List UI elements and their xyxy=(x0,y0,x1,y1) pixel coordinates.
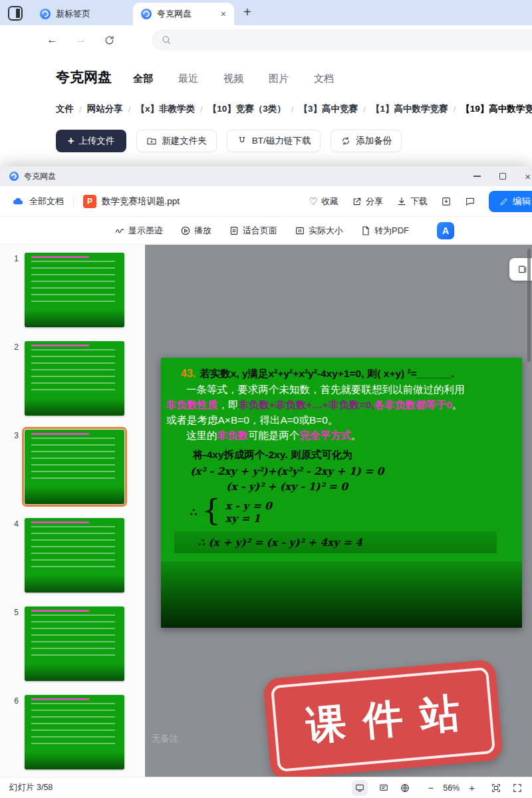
scrollbar[interactable] xyxy=(527,249,531,362)
tab-image[interactable]: 图片 xyxy=(269,72,289,85)
fit-page-button[interactable]: 适合页面 xyxy=(229,225,277,237)
breadcrumb-item[interactable]: 【x】非教学类 xyxy=(136,103,196,115)
tab-doc[interactable]: 文档 xyxy=(314,72,334,85)
window-title: 夸克网盘 xyxy=(24,171,56,182)
document-toolbar: 全部文档 P 数学竞赛培训题.ppt ♡ 收藏 分享 下载 xyxy=(0,186,532,217)
breadcrumb-item[interactable]: 【10】竞赛（3类） xyxy=(208,103,286,115)
notes-panel-toggle-button[interactable] xyxy=(352,780,368,796)
magnet-icon xyxy=(237,136,247,146)
ai-assistant-button[interactable]: A xyxy=(437,222,454,239)
zoom-out-button[interactable]: − xyxy=(428,782,434,793)
slide-counter: 幻灯片 3/58 xyxy=(9,782,53,793)
add-backup-label: 添加备份 xyxy=(356,135,392,147)
browser-tab-quark-drive[interactable]: 夸克网盘 × xyxy=(133,3,234,25)
tab-video[interactable]: 视频 xyxy=(223,72,243,85)
globe-icon xyxy=(400,783,410,793)
thumbnail-number: 5 xyxy=(8,606,19,681)
quark-favicon-icon xyxy=(40,9,51,19)
edit-button[interactable]: 编辑 xyxy=(489,191,532,212)
minimize-icon[interactable] xyxy=(473,176,481,177)
card-view-icon xyxy=(517,264,528,275)
courseware-stamp: 课件站 xyxy=(263,659,503,777)
play-icon xyxy=(180,225,191,236)
thumbnail-image[interactable] xyxy=(25,430,124,504)
breadcrumb-item[interactable]: 【1】高中数学竞赛 xyxy=(371,103,448,115)
breadcrumb-item[interactable]: 网站分享 xyxy=(87,103,123,115)
breadcrumb-separator xyxy=(358,104,371,114)
breadcrumb-item[interactable]: 文件 xyxy=(56,103,74,115)
browser-logo-icon[interactable] xyxy=(8,6,23,21)
fullscreen-button[interactable] xyxy=(512,783,523,793)
all-documents-button[interactable]: 全部文档 xyxy=(29,196,64,207)
monitor-icon xyxy=(354,783,365,793)
bt-magnet-label: BT/磁力链下载 xyxy=(252,135,311,147)
fit-screen-button[interactable] xyxy=(491,783,501,793)
highlight-text: 各非负数都等于0 xyxy=(374,399,452,410)
slide-thumbnail-1[interactable]: 1 xyxy=(0,253,145,327)
upload-file-button[interactable]: + 上传文件 xyxy=(56,130,126,152)
add-backup-button[interactable]: 添加备份 xyxy=(331,130,402,152)
thumbnail-image[interactable] xyxy=(25,606,124,681)
window-title-bar[interactable]: 夸克网盘 × xyxy=(0,166,532,186)
convert-to-pdf-button[interactable]: 转为PDF xyxy=(360,225,409,237)
thumbnail-number: 4 xyxy=(8,518,19,593)
highlight-text: 非负数 xyxy=(217,430,249,441)
language-button[interactable] xyxy=(400,783,410,793)
thumbnail-image[interactable] xyxy=(25,695,124,769)
breadcrumb: 文件 网站分享 【x】非教学类 【10】竞赛（3类） 【3】高中竞赛 【1】高中… xyxy=(0,86,532,115)
new-folder-button[interactable]: 新建文件夹 xyxy=(136,130,217,152)
thumbnail-number: 6 xyxy=(8,695,19,769)
slide-thumbnail-2[interactable]: 2 xyxy=(0,341,145,416)
refresh-icon[interactable] xyxy=(104,35,115,46)
quark-logo-icon xyxy=(9,172,19,181)
divider xyxy=(73,196,74,207)
tab-recent[interactable]: 最近 xyxy=(178,72,198,85)
play-button[interactable]: 播放 xyxy=(180,225,211,237)
breadcrumb-item-current[interactable]: 【19】高中数学竞赛 xyxy=(461,103,532,115)
back-icon[interactable]: ← xyxy=(47,33,58,47)
feedback-button[interactable] xyxy=(465,196,475,207)
close-tab-icon[interactable]: × xyxy=(221,9,226,19)
show-ink-button[interactable]: 显示墨迹 xyxy=(114,225,163,237)
thumbnail-image[interactable] xyxy=(25,518,124,593)
slide-step-text: 将-4xy拆成两个-2xy. 则原式可化为 xyxy=(193,448,522,462)
save-to-drive-button[interactable] xyxy=(441,196,452,207)
share-button[interactable]: 分享 xyxy=(352,196,383,207)
breadcrumb-separator xyxy=(74,104,87,114)
search-input[interactable] xyxy=(152,30,532,50)
page-title: 夸克网盘 xyxy=(56,68,112,86)
maximize-icon[interactable] xyxy=(499,173,506,180)
tab-all[interactable]: 全部 xyxy=(133,72,153,85)
breadcrumb-item[interactable]: 【3】高中竞赛 xyxy=(299,103,358,115)
slide-paragraph: 或者是考虑A×B=0，得出A=0或B=0。 xyxy=(161,413,522,428)
body-text: 。 xyxy=(452,399,463,410)
close-window-icon[interactable]: × xyxy=(525,171,531,182)
actual-size-button[interactable]: 实际大小 xyxy=(295,225,343,237)
comments-button[interactable] xyxy=(378,783,389,793)
breadcrumb-separator xyxy=(286,104,299,114)
new-folder-label: 新建文件夹 xyxy=(162,135,207,147)
filter-tabs: 全部 最近 视频 图片 文档 xyxy=(133,72,334,85)
fit-screen-icon xyxy=(491,783,501,793)
favorite-button[interactable]: ♡ 收藏 xyxy=(309,196,338,207)
forward-icon[interactable]: → xyxy=(75,33,86,47)
slide-thumbnail-4[interactable]: 4 xyxy=(0,518,145,593)
browser-tab-newtab[interactable]: 新标签页 xyxy=(32,3,133,25)
zoom-in-button[interactable]: + xyxy=(469,782,475,793)
download-icon xyxy=(396,196,407,207)
bt-magnet-download-button[interactable]: BT/磁力链下载 xyxy=(227,130,321,152)
thumbnail-panel[interactable]: 1 2 3 4 5 6 xyxy=(0,245,145,777)
new-tab-button[interactable]: + xyxy=(243,5,251,20)
slide-thumbnail-5[interactable]: 5 xyxy=(0,606,145,681)
cloud-icon xyxy=(12,195,25,207)
thumbnail-image[interactable] xyxy=(25,341,124,416)
slide-thumbnail-6[interactable]: 6 xyxy=(0,695,145,769)
slide-thumbnail-3-selected[interactable]: 3 xyxy=(0,430,145,504)
download-button[interactable]: 下载 xyxy=(396,196,428,207)
tab-label: 夸克网盘 xyxy=(157,8,215,20)
thumbnail-image[interactable] xyxy=(25,253,124,327)
therefore-symbol: ∴ xyxy=(190,505,198,519)
file-name: 数学竞赛培训题.ppt xyxy=(102,196,180,207)
pdf-icon xyxy=(360,225,371,236)
drive-page: 夸克网盘 全部 最近 视频 图片 文档 文件 网站分享 【x】非教学类 【10】… xyxy=(0,55,532,166)
